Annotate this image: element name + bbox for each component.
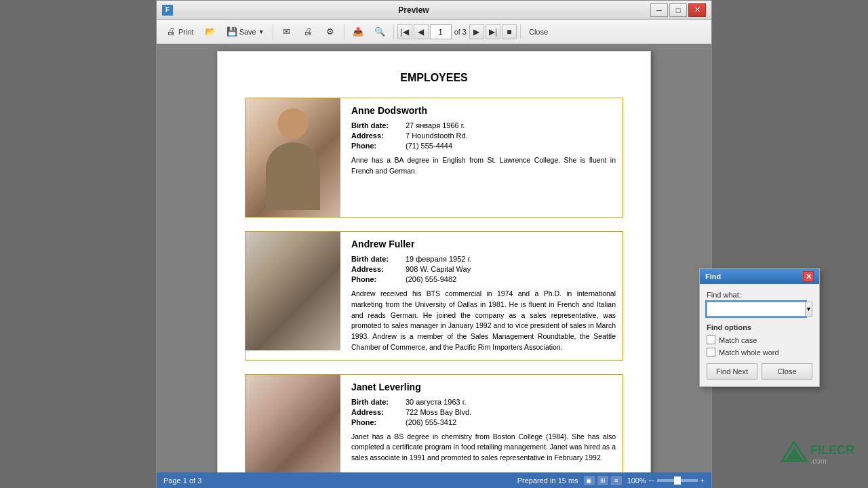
print2-button[interactable]: 🖨 [298, 22, 319, 41]
page-number-input[interactable]: 1 [430, 24, 452, 39]
anne-birthdate-value: 27 января 1966 г. [406, 121, 465, 129]
prev-page-button[interactable]: ◀ [414, 24, 429, 39]
email-button[interactable]: ✉ [277, 22, 297, 41]
close-button[interactable]: Close [524, 22, 553, 41]
zoom-slider[interactable] [657, 479, 698, 482]
watermark-subtext: .com [810, 458, 854, 465]
match-whole-word-label: Match whole word [719, 348, 779, 357]
andrew-birthdate-value: 19 февраля 1952 г. [406, 255, 471, 263]
janet-birthdate-row: Birth date: 30 августа 1963 г. [351, 398, 616, 406]
match-whole-word-row: Match whole word [707, 348, 812, 357]
window-controls: ─ □ ✕ [650, 3, 706, 17]
find-dialog-titlebar: Find ✕ [700, 269, 819, 284]
janet-birthdate-label: Birth date: [351, 398, 406, 406]
anne-address-label: Address: [351, 131, 406, 140]
andrew-birthdate-label: Birth date: [351, 255, 406, 263]
zoom-plus-button[interactable]: + [701, 476, 705, 485]
find-close-button[interactable]: Close [762, 363, 812, 380]
anne-birthdate-label: Birth date: [351, 121, 406, 129]
anne-address-value: 7 Houndstooth Rd. [406, 131, 468, 140]
open-button[interactable]: 📂 [200, 22, 220, 41]
anne-phone-value: (71) 555-4444 [406, 142, 452, 150]
zoom-icon: 🔍 [374, 26, 385, 37]
find-options-label: Find options [707, 323, 812, 331]
window-title: Preview [177, 5, 650, 15]
anne-phone-row: Phone: (71) 555-4444 [351, 142, 616, 150]
zoom-level: 100% [627, 476, 646, 485]
continuous-view-icon[interactable]: ≡ [611, 476, 622, 485]
andrew-bio: Andrew received his BTS commercial in 19… [351, 289, 616, 353]
status-right: Prepared in 15 ms ▣ ⊞ ≡ 100% ─ + [517, 476, 705, 485]
janet-address-value: 722 Moss Bay Blvd. [406, 408, 471, 416]
andrew-address-row: Address: 908 W. Capital Way [351, 265, 616, 273]
zoom-slider-thumb[interactable] [674, 476, 681, 485]
save-icon: 💾 [226, 26, 237, 37]
janet-address-label: Address: [351, 408, 406, 416]
anne-address-row: Address: 7 Houndstooth Rd. [351, 131, 616, 140]
find-dialog-title: Find [705, 272, 721, 281]
page-of-label: of 3 [454, 28, 467, 36]
next-page-button[interactable]: ▶ [469, 24, 484, 39]
stop-button[interactable]: ■ [502, 24, 517, 39]
find-buttons: Find Next Close [707, 363, 812, 380]
andrew-address-label: Address: [351, 265, 406, 273]
window-close-button[interactable]: ✕ [688, 3, 706, 17]
find-what-label: Find what: [707, 291, 812, 299]
employee-info-anne: Anne Dodsworth Birth date: 27 января 196… [351, 98, 623, 217]
janet-address-row: Address: 722 Moss Bay Blvd. [351, 408, 616, 416]
settings-icon: ⚙ [325, 26, 336, 37]
print2-icon: 🖨 [303, 26, 314, 37]
separator4 [520, 24, 521, 39]
match-case-label: Match case [719, 336, 757, 344]
employee-info-andrew: Andrew Fuller Birth date: 19 февраля 195… [351, 232, 623, 360]
find-input[interactable] [707, 302, 806, 317]
match-whole-word-checkbox[interactable] [707, 348, 715, 357]
status-prepared: Prepared in 15 ms [517, 476, 578, 485]
separator1 [273, 24, 273, 39]
minimize-button[interactable]: ─ [650, 3, 668, 17]
app-icon: F [162, 5, 173, 16]
open-icon: 📂 [205, 26, 216, 37]
print-icon: 🖨 [165, 26, 176, 37]
janet-birthdate-value: 30 августа 1963 г. [406, 398, 466, 406]
document-page: EMPLOYEES Anne Dodsworth Birth date: 27 … [217, 51, 651, 472]
zoom-controls: 100% ─ + [627, 476, 705, 485]
find-next-button[interactable]: Find Next [707, 363, 757, 380]
toolbar: 🖨 Print 📂 💾 Save ▼ ✉ 🖨 ⚙ 📤 🔍 [157, 20, 711, 44]
title-bar: F Preview ─ □ ✕ [157, 1, 711, 20]
last-page-button[interactable]: ▶| [486, 24, 500, 39]
settings-button[interactable]: ⚙ [320, 22, 340, 41]
andrew-address-value: 908 W. Capital Way [406, 265, 471, 273]
single-page-view-icon[interactable]: ▣ [584, 476, 595, 485]
separator3 [393, 24, 394, 39]
maximize-button[interactable]: □ [669, 3, 687, 17]
first-page-button[interactable]: |◀ [397, 24, 412, 39]
anne-phone-label: Phone: [351, 142, 406, 150]
employee-card-2: Janet Leverling Birth date: 30 августа 1… [245, 374, 623, 473]
match-case-row: Match case [707, 336, 812, 344]
zoom-button[interactable]: 🔍 [370, 22, 390, 41]
export-icon: 📤 [353, 26, 363, 37]
janet-phone-value: (206) 555-3412 [406, 418, 456, 426]
save-button[interactable]: 💾 Save ▼ [222, 22, 269, 41]
match-case-checkbox[interactable] [707, 336, 715, 344]
separator2 [344, 24, 344, 39]
zoom-minus-button[interactable]: ─ [649, 476, 654, 485]
document-title: EMPLOYEES [245, 72, 623, 84]
status-page-info: Page 1 of 3 [163, 476, 201, 485]
andrew-birthdate-row: Birth date: 19 февраля 1952 г. [351, 255, 616, 263]
find-dialog-close-button[interactable]: ✕ [803, 271, 814, 282]
janet-bio: Janet has a BS degree in chemistry from … [351, 432, 616, 464]
employee-photo-janet [245, 375, 340, 473]
multi-page-view-icon[interactable]: ⊞ [597, 476, 608, 485]
status-view-icons: ▣ ⊞ ≡ [584, 476, 622, 485]
preview-area[interactable]: EMPLOYEES Anne Dodsworth Birth date: 27 … [157, 44, 711, 472]
save-dropdown-arrow[interactable]: ▼ [258, 28, 264, 35]
export-button[interactable]: 📤 [348, 22, 368, 41]
janet-phone-row: Phone: (206) 555-3412 [351, 418, 616, 426]
find-input-dropdown[interactable]: ▼ [806, 302, 812, 317]
print-button[interactable]: 🖨 Print [161, 22, 199, 41]
janet-phone-label: Phone: [351, 418, 406, 426]
employee-card-0: Anne Dodsworth Birth date: 27 января 196… [245, 98, 623, 218]
andrew-phone-value: (206) 555-9482 [406, 275, 456, 283]
